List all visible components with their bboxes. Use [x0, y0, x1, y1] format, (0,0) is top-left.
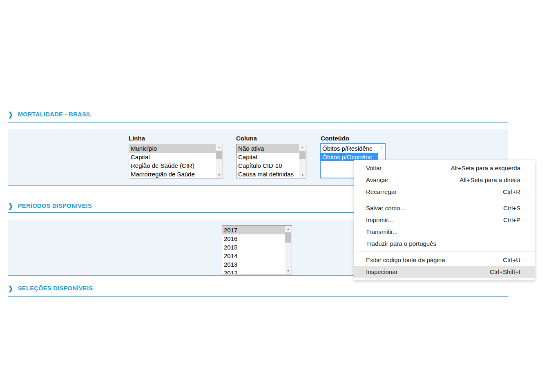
menu-item[interactable]: InspecionarCtrl+Shift+I [354, 266, 535, 278]
listbox-option[interactable]: Capítulo CID-10 [237, 161, 299, 170]
menu-item-label: Voltar [366, 165, 382, 172]
scroll-up-icon[interactable]: ▲ [378, 144, 385, 150]
menu-item[interactable]: RecarregarCtrl+R [354, 186, 535, 198]
scrollbar[interactable]: ▲ ▼ [285, 226, 292, 274]
listbox-option[interactable]: Capital [237, 153, 299, 161]
menu-item-shortcut: Ctrl+R [503, 188, 520, 195]
menu-item-shortcut: Ctrl+S [503, 205, 520, 212]
menu-item-shortcut: Alt+Seta para a direita [460, 176, 520, 183]
coluna-listbox[interactable]: Não ativaCapitalCapítulo CID-10Causa mal… [236, 144, 306, 178]
listbox-options: 201720162015201420132012 [222, 226, 285, 274]
conteudo-label: Conteúdo [321, 135, 349, 142]
chevron-right-icon: ❯ [8, 203, 13, 209]
listbox-options: Não ativaCapitalCapítulo CID-10Causa mal… [237, 144, 299, 178]
chevron-right-icon: ❯ [8, 285, 13, 292]
scrollbar-thumb[interactable] [216, 151, 222, 159]
linha-label: Linha [129, 135, 145, 142]
menu-item-label: Recarregar [366, 188, 397, 195]
listbox-option[interactable]: Causa mal definidas [237, 170, 299, 178]
menu-item[interactable]: Transmitir... [354, 226, 535, 238]
menu-separator [354, 252, 535, 252]
listbox-option[interactable]: 2016 [222, 234, 285, 243]
context-menu-items: VoltarAlt+Seta para a esquerdaAvançarAlt… [354, 162, 535, 278]
section-divider [8, 296, 508, 297]
scroll-down-icon[interactable]: ▼ [285, 268, 292, 274]
scrollbar[interactable]: ▲ ▼ [299, 144, 306, 178]
menu-item-label: Salvar como... [366, 205, 405, 212]
menu-separator [354, 200, 535, 200]
menu-item-shortcut: Alt+Seta para a esquerda [451, 165, 520, 172]
scrollbar[interactable]: ▲ ▼ [216, 144, 223, 178]
menu-item[interactable]: AvançarAlt+Seta para a direita [354, 174, 535, 186]
context-menu: VoltarAlt+Seta para a esquerdaAvançarAlt… [354, 160, 535, 280]
listbox-option[interactable]: Município [129, 144, 216, 153]
menu-item-label: Transmitir... [366, 228, 398, 235]
menu-item[interactable]: Salvar como...Ctrl+S [354, 202, 535, 214]
section-title: MORTALIDADE - BRASIL [18, 111, 92, 118]
periodos-listbox[interactable]: 201720162015201420132012 ▲ ▼ [222, 225, 292, 274]
scrollbar-thumb[interactable] [299, 151, 306, 159]
menu-item-shortcut: Ctrl+Shift+I [490, 268, 520, 275]
menu-item-label: Imprimir... [366, 216, 393, 223]
menu-item[interactable]: Traduzir para o português [354, 238, 535, 249]
listbox-option[interactable]: 2013 [222, 260, 285, 269]
scroll-down-icon[interactable]: ▼ [299, 172, 306, 178]
scroll-down-icon[interactable]: ▼ [216, 172, 223, 178]
section-divider [8, 122, 508, 122]
menu-item-label: Traduzir para o português [366, 240, 436, 247]
listbox-option[interactable]: Capital [129, 153, 216, 161]
scroll-up-icon[interactable]: ▲ [299, 144, 306, 150]
section-header-selecoes[interactable]: ❯ SELEÇÕES DISPONÍVEIS [8, 285, 93, 292]
section-title: PERÍODOS DISPONÍVEIS [18, 203, 92, 209]
menu-item-label: Inspecionar [366, 268, 398, 275]
section-header-mortalidade[interactable]: ❯ MORTALIDADE - BRASIL [8, 111, 92, 118]
tabnet-page: ❯ MORTALIDADE - BRASIL Linha MunicípioCa… [0, 0, 549, 392]
coluna-label: Coluna [236, 135, 257, 142]
menu-item[interactable]: VoltarAlt+Seta para a esquerda [354, 162, 535, 174]
listbox-options: MunicípioCapitalRegião de Saúde (CIR)Mac… [129, 144, 216, 178]
menu-item-shortcut: Ctrl+U [503, 256, 520, 263]
listbox-option[interactable]: 2017 [222, 226, 285, 234]
section-title: SELEÇÕES DISPONÍVEIS [18, 285, 93, 292]
menu-item[interactable]: Imprimir...Ctrl+P [354, 214, 535, 226]
menu-item-label: Exibir código fonte da página [366, 256, 445, 263]
linha-listbox[interactable]: MunicípioCapitalRegião de Saúde (CIR)Mac… [129, 144, 223, 178]
listbox-option[interactable]: 2015 [222, 243, 285, 252]
listbox-option[interactable]: Macrorregião de Saúde [129, 170, 216, 178]
listbox-option[interactable]: Óbitos p/Residênc [321, 144, 378, 153]
chevron-right-icon: ❯ [8, 111, 13, 118]
menu-item-shortcut: Ctrl+P [503, 216, 520, 223]
listbox-option[interactable]: Região de Saúde (CIR) [129, 161, 216, 170]
scroll-up-icon[interactable]: ▲ [285, 226, 292, 232]
menu-item[interactable]: Exibir código fonte da páginaCtrl+U [354, 254, 535, 266]
listbox-option[interactable]: Não ativa [237, 144, 299, 153]
scroll-up-icon[interactable]: ▲ [216, 144, 223, 150]
listbox-option[interactable]: 2012 [222, 269, 285, 274]
menu-item-label: Avançar [366, 176, 388, 183]
section-header-periodos[interactable]: ❯ PERÍODOS DISPONÍVEIS [8, 203, 92, 209]
scrollbar-thumb[interactable] [285, 232, 291, 243]
listbox-option[interactable]: 2014 [222, 252, 285, 260]
